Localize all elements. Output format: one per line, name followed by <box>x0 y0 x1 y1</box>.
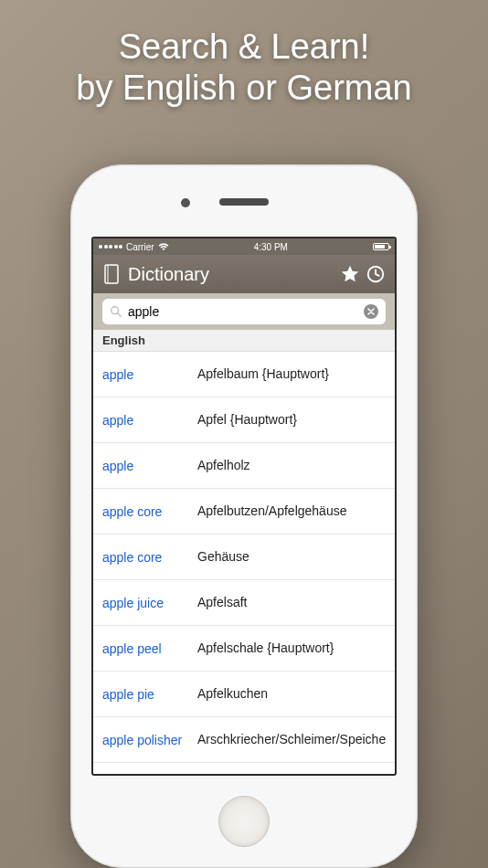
clear-search-button[interactable] <box>364 304 378 319</box>
result-term: apple core <box>102 550 190 565</box>
app-title: Dictionary <box>128 264 334 285</box>
result-term: apple peel <box>102 641 190 656</box>
svg-rect-0 <box>105 265 118 283</box>
result-term: apple polisher <box>102 733 190 747</box>
result-term: apple pie <box>102 687 190 702</box>
wifi-icon <box>158 243 169 251</box>
history-button[interactable] <box>366 264 386 284</box>
result-term: apple juice <box>102 596 190 610</box>
result-translation: Apfelschale {Hauptwort} <box>197 640 386 656</box>
result-translation: Gehäuse <box>197 548 386 565</box>
result-translation: Apfelsaft <box>197 594 386 610</box>
carrier-label: Carrier <box>126 242 154 252</box>
result-row[interactable]: apple core Apfelbutzen/Apfelgehäuse <box>93 489 395 535</box>
svg-line-4 <box>118 313 122 317</box>
result-translation: Apfel {Hauptwort} <box>197 411 386 428</box>
result-row[interactable]: apple polisher Arschkriecher/Schleimer/S… <box>93 717 395 763</box>
signal-icon <box>99 245 122 249</box>
result-term: apple <box>102 413 190 428</box>
result-translation: Apfelholz <box>197 457 386 473</box>
search-field[interactable] <box>102 299 386 324</box>
search-icon <box>110 305 122 318</box>
result-term: apple <box>102 459 190 473</box>
phone-frame: Carrier 4:30 PM Dictionary <box>70 164 418 868</box>
result-row[interactable]: apple Apfel {Hauptwort} <box>93 397 395 443</box>
result-translation: Arschkriecher/Schleimer/Speichellecker/S… <box>197 731 386 747</box>
search-input[interactable] <box>128 304 358 319</box>
result-translation: Apfelbutzen/Apfelgehäuse <box>197 503 386 519</box>
result-row[interactable]: apple core Gehäuse <box>93 535 395 580</box>
phone-camera <box>181 198 190 207</box>
result-term: apple core <box>102 504 190 519</box>
headline-line2: by English or German <box>0 69 488 108</box>
result-row[interactable]: apple Apfelbaum {Hauptwort} <box>93 352 395 397</box>
screen: Carrier 4:30 PM Dictionary <box>91 237 397 776</box>
section-header: English <box>93 330 395 352</box>
phone-speaker <box>219 198 269 206</box>
battery-icon <box>373 243 389 250</box>
status-bar: Carrier 4:30 PM <box>93 238 395 255</box>
favorites-button[interactable] <box>340 264 360 284</box>
promo-headline: Search & Learn! by English or German <box>0 0 488 108</box>
result-row[interactable]: apple pie Apfelkuchen <box>93 672 395 717</box>
headline-line1: Search & Learn! <box>0 27 488 67</box>
book-icon <box>102 264 122 284</box>
status-time: 4:30 PM <box>254 242 288 252</box>
result-translation: Apfelbaum {Hauptwort} <box>197 365 386 382</box>
result-term: apple <box>102 367 190 382</box>
home-button[interactable] <box>218 796 270 847</box>
search-bar <box>93 293 395 330</box>
result-row[interactable]: apple juice Apfelsaft <box>93 580 395 626</box>
results-list[interactable]: apple Apfelbaum {Hauptwort} apple Apfel … <box>93 352 395 774</box>
result-translation: Apfelkuchen <box>197 685 386 702</box>
result-row[interactable]: apple peel Apfelschale {Hauptwort} <box>93 626 395 672</box>
nav-bar: Dictionary <box>93 255 395 293</box>
result-row[interactable]: apple Apfelholz <box>93 443 395 489</box>
